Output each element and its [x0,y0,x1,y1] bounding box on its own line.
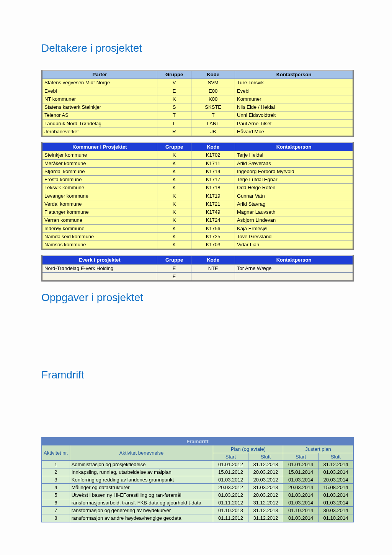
cell: Ture Torsvik [235,79,353,87]
cell: Vidar Lian [235,241,353,249]
table-row: 2Innkapsling, runnlag, utarbeidelse av m… [42,468,353,476]
cell: 01.03.2014 [283,499,318,507]
cell: SVM [191,79,235,87]
cell: E [157,272,191,281]
table-row: EvebiEE00Evebi [42,87,353,95]
cell: K1719 [191,192,235,200]
cell: ransformasjon og generering av høydekurv… [70,507,213,514]
cell: K1711 [191,159,235,167]
table-row: Verdal kommuneKK1721Arild Stavrag [42,200,353,208]
cell: Namsos kommune [42,241,157,249]
cell: Paul Arne Tilset [235,120,353,128]
fd-h-plan: Plan (og avtale) [213,445,283,453]
section-framdrift: Framdrift [41,369,354,381]
cell: 20.03.2012 [248,476,283,484]
cell: 15.01.2014 [283,468,318,476]
cell: Flatanger kommune [42,208,157,216]
table-row: Nord-Trøndelag E-verk HoldingENTETor Arn… [42,264,353,272]
cell: Kaja Ermesjø [235,224,353,232]
cell: Nord-Trøndelag E-verk Holding [42,264,157,272]
cell: Statens kartverk Steinkjer [42,103,157,111]
cell: K [157,167,191,175]
cell: Arild Sæveraas [235,159,353,167]
cell: SKSTE [191,103,235,111]
cell: Administrasjon og prosjektledelse [70,461,213,468]
cell: Verran kommune [42,216,157,224]
cell: 1 [42,461,70,468]
th-gruppe: Gruppe [157,143,191,151]
table-row: Namsos kommuneKK1703Vidar Lian [42,241,353,249]
cell: 01.11.2012 [213,499,248,507]
cell: Stjørdal kommune [42,167,157,175]
th-parter: Kommuner i Prosjektet [42,143,157,151]
cell: Verdal kommune [42,200,157,208]
table-row: Statens kartverk SteinkjerSSKSTENils Eid… [42,103,353,111]
table-row: Flatanger kommuneKK1749Magnar Lauvseth [42,208,353,216]
cell: Terje Heldal [235,151,353,159]
cell: 01.01.2014 [283,461,318,468]
cell: E [157,264,191,272]
cell: Kommuner [235,95,353,103]
cell: 4 [42,484,70,491]
cell: 01.10.2013 [213,507,248,514]
table-row: 7ransformasjon og generering av høydekur… [42,507,353,514]
th-kode: Kode [191,143,235,151]
table-row: JernbaneverketRJBHåvard Moe [42,128,353,136]
cell: 31.12.2013 [248,507,283,514]
cell: 3 [42,476,70,484]
table-row: NT kommunerKK00Kommuner [42,95,353,103]
fd-h-nr: Aktivitet nr. [42,445,70,461]
fd-h-slutt: Slutt [248,453,283,461]
table-row: Telenor ASTTUnni Eidsvoldtreit [42,111,353,120]
th-kode: Kode [191,70,235,79]
cell: K1725 [191,232,235,241]
table-row: 6ransformasjonsarbeid, transf. FKB-data … [42,499,353,507]
fd-title: Framdrift [42,437,353,445]
table-kommuner: Kommuner i Prosjektet Gruppe Kode Kontak… [41,142,354,250]
cell: K1702 [191,151,235,159]
table-row: Landbruk Nord-TrøndelagLLANTPaul Arne Ti… [42,120,353,128]
cell: K1721 [191,200,235,208]
cell: NTE [191,264,235,272]
cell: Gunnar Vatn [235,192,353,200]
cell: 20.03.2014 [283,484,318,491]
table-row: 4Målinger og datastrukturer20.03.201231.… [42,484,353,491]
cell: 01.01.2012 [213,461,248,468]
th-kode: Kode [191,256,235,264]
cell: 6 [42,499,70,507]
cell: E [157,87,191,95]
cell: 01.10.2014 [318,514,353,522]
cell: E00 [191,87,235,95]
cell: Namdalseid kommune [42,232,157,241]
cell: ransformasjonsarbeid, transf. FKB-data o… [70,499,213,507]
table-row: Namdalseid kommuneKK1725Tove Gressland [42,232,353,241]
table-row: Levanger kommuneKK1719Gunnar Vatn [42,192,353,200]
table-row: Steinkjer kommuneKK1702Terje Heldal [42,151,353,159]
cell: K00 [191,95,235,103]
cell: Telenor AS [42,111,157,120]
cell: 01.03.2014 [283,476,318,484]
cell: 01.03.2014 [283,514,318,522]
cell: 01.10.2014 [283,507,318,514]
cell: 31.12.2013 [248,461,283,468]
cell: K [157,224,191,232]
table-row: Verran kommuneKK1724Asbjørn Lindevan [42,216,353,224]
cell: T [157,111,191,120]
cell: 20.03.2012 [248,468,283,476]
cell: 30.03.2014 [318,507,353,514]
table-framdrift: Framdrift Aktivitet nr. Aktivitet benevn… [41,437,354,522]
cell: Arild Stavrag [235,200,353,208]
cell: K [157,192,191,200]
cell: Tor Arne Wæge [235,264,353,272]
cell: K [157,232,191,241]
cell: K1756 [191,224,235,232]
cell: 01.03.2014 [318,468,353,476]
cell: Evebi [42,87,157,95]
cell: ransformasjon av andre høydeavhengige ge… [70,514,213,522]
cell: Statens vegvesen Midt-Norge [42,79,157,87]
cell [235,272,353,281]
cell: Utvekst i basen ny Hi-EForestilling og r… [70,491,213,499]
cell: K1724 [191,216,235,224]
cell [42,272,157,281]
cell: 01.03.2014 [318,499,353,507]
